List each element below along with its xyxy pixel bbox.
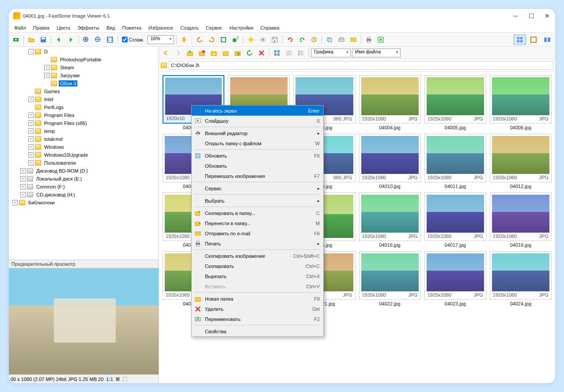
tree-node[interactable]: PhotoshopPortable [9,56,159,64]
menu-пометка[interactable]: Пометка [119,24,145,32]
tree-node[interactable]: +Windows10Upgrade [9,151,159,159]
menu-справка[interactable]: Справка [257,24,283,32]
tree-node[interactable]: +Program Files [9,111,159,119]
folder-tree[interactable]: -DPhotoshopPortable+Steam+ЗагрузкиОбои 3… [9,47,159,260]
thumbnail-item[interactable]: 1920x1080JPG04017.jpg [424,192,486,248]
ctx-сервис[interactable]: Сервис▸ [192,183,323,193]
ctx-вырезать[interactable]: ВырезатьCtrl+X [192,271,323,281]
tree-toggle[interactable]: + [28,160,34,166]
menu-настройки[interactable]: Настройки [226,24,257,32]
tree-toggle[interactable]: + [20,168,26,173]
view-thumbnails-button[interactable] [514,34,526,45]
ctx-новая-папка[interactable]: Новая папкаF8 [192,294,323,304]
thumbnail-item[interactable]: 1920x1080JPG04022.jpg [359,251,421,306]
tree-toggle[interactable]: + [12,200,18,205]
view-list-icon[interactable] [284,48,294,58]
thumbnail-item[interactable]: 1920x1080JPG04016.jpg [359,192,421,248]
layout-icon[interactable]: ⊞ [116,376,120,382]
tree-node[interactable]: +Локальный диск (E:) [9,175,159,183]
thumbnail-item[interactable]: 1920x1080JPG04012.jpg [490,134,552,189]
menu-цвета[interactable]: Цвета [53,24,74,32]
zoom-out-icon[interactable] [93,34,103,45]
preview-image[interactable] [9,268,159,374]
scan-icon[interactable] [336,34,347,45]
print-icon[interactable] [363,34,374,45]
thumbnail-item[interactable]: 1920x1080JPG04018.jpg [490,192,552,248]
tree-node[interactable]: +totalcmd [9,135,159,143]
tree-toggle[interactable]: + [28,128,34,134]
tree-node[interactable]: +Библиотеки [9,199,159,207]
tree-node[interactable]: +Common (F:) [9,183,159,191]
copy-icon[interactable] [324,34,335,45]
tree-node[interactable]: +Windows [9,143,159,151]
tree-toggle[interactable]: + [28,113,34,118]
rotate-left-icon[interactable] [194,34,205,45]
tree-node[interactable]: Обои 3 [9,79,159,87]
view-compare-button[interactable] [541,34,553,45]
menu-правка[interactable]: Правка [30,24,53,32]
brightness-icon[interactable] [246,34,256,45]
tree-node[interactable]: +Program Files (x86) [9,119,159,127]
smooth-checkbox[interactable]: Cглаж. [122,37,144,42]
maximize-button[interactable]: ☐ [528,12,535,19]
open-icon[interactable] [26,34,37,45]
menu-файл[interactable]: Файл [11,24,30,32]
ctx-открыть-папку-с-файлом[interactable]: Открыть папку с файломW [192,138,323,148]
thumbnail-item[interactable]: 1920x1080JPG04006.jpg [490,75,552,130]
zoom-in-icon[interactable] [81,34,91,45]
menu-вид[interactable]: Вид [103,24,119,32]
thumbnail-item[interactable]: 1920x1080JPG04004.jpg [359,75,421,130]
tree-toggle[interactable]: + [28,152,34,158]
thumbnail-item[interactable]: 1920x1080JPG04024.jpg [490,251,552,306]
ctx-печать[interactable]: Печать▸ [192,238,323,249]
thumbnail-item[interactable]: 1920x1080JPG04010.jpg [359,134,421,189]
folder-icon-tb[interactable] [220,48,231,58]
forward-icon[interactable] [173,48,183,58]
save-icon[interactable] [38,34,49,45]
zoom-fit-icon[interactable]: 1:1 [105,34,115,45]
ctx-обновить[interactable]: Обновить [192,161,323,171]
zoom-select[interactable]: 16% [148,35,174,44]
tree-node[interactable]: +Intel [9,95,159,103]
redo-icon[interactable] [297,34,307,45]
tree-node[interactable]: +Steam [9,64,159,72]
thumbnail-item[interactable]: 1920x1080JPG04005.jpg [424,75,486,130]
tree-toggle[interactable]: + [20,192,26,197]
folder-arrow-icon[interactable] [232,48,243,58]
tree-toggle[interactable]: + [20,176,26,181]
view-details-icon[interactable] [295,48,306,58]
menu-избранное[interactable]: Избранное [145,24,177,32]
close-button[interactable]: ✕ [544,12,551,19]
rotate-right-icon[interactable] [206,34,217,45]
sort-combo[interactable]: Имя файла [352,49,401,57]
acquire-icon[interactable] [11,34,21,45]
hand-icon[interactable]: ✋ [179,34,189,45]
ctx-на-весь-экран[interactable]: На весь экранEnter [192,106,323,116]
ctx-внешний-редактор[interactable]: Внешний редактор▸ [192,128,323,138]
ctx-скопировать-изображение[interactable]: Скопировать изображениеCtrl+Shift+C [192,251,323,261]
view-large-icon[interactable] [272,48,282,58]
tree-node[interactable]: +Пользователи [9,159,159,167]
favorites-icon[interactable] [208,48,219,58]
tree-toggle[interactable]: + [28,144,34,150]
tree-toggle[interactable]: + [28,136,34,142]
delete-icon[interactable] [256,48,267,58]
menu-сервис[interactable]: Сервис [202,24,226,32]
ctx-выбрать[interactable]: Выбрать▸ [192,196,323,206]
back-icon[interactable] [161,48,171,58]
ctx-удалить[interactable]: УдалитьDel [192,304,323,314]
tree-toggle[interactable]: + [44,73,49,78]
tree-toggle[interactable]: + [28,121,34,126]
new-folder-icon[interactable] [197,48,207,58]
next-icon[interactable] [65,34,76,45]
tree-node[interactable]: Games [9,87,159,95]
menu-создать[interactable]: Создать [177,24,202,32]
ctx-слайдшоу[interactable]: СлайдшоуS [192,116,323,126]
tree-node[interactable]: +CD-дисковод (H:) [9,191,159,199]
thumbnail-item[interactable]: 1920x1080JPG04023.jpg [424,251,486,306]
filter-combo[interactable]: Графика [311,49,351,57]
prev-icon[interactable] [53,34,64,45]
tree-node[interactable]: -D [9,48,159,56]
email-icon[interactable] [348,34,359,45]
redeye-icon[interactable] [257,34,268,45]
